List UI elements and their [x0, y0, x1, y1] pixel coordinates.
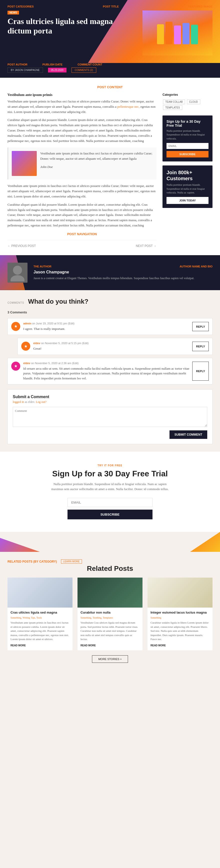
quote-image	[12, 151, 37, 176]
main-content: Vestibulum ante ipsum primis Vestibulum …	[7, 93, 157, 248]
read-more-2[interactable]: READ MORE	[151, 644, 166, 647]
related-grid: Cras ulticies ligula sed magna Something…	[7, 578, 213, 650]
prev-post-link[interactable]: ← PREVIOUS POST	[7, 244, 36, 248]
comment-author-2[interactable]: eldev	[23, 362, 30, 365]
post-content-label: Post Content	[7, 85, 213, 89]
related-label: Related Posts (by category)	[7, 560, 57, 563]
comment-avatar-0: ★	[11, 322, 20, 331]
related-card-2: Integer euismod lacus luctus magna Somet…	[148, 578, 213, 650]
sidebar-join-button[interactable]: JOIN TODAY	[166, 197, 209, 204]
learn-more-link[interactable]: LEARN MORE	[61, 559, 82, 564]
date-badge: 05.23.2020	[48, 68, 66, 72]
comments-title: What do you think?	[28, 298, 88, 305]
related-card-text-0: Vestibulum ante ipsum primis in faucibus…	[10, 621, 69, 641]
comment-body-2: Id ornare arcu odio ut sem. Sit amet com…	[23, 366, 189, 381]
comment-meta-1: eldev on November 5, 2020 at 5:15 pm (Ed…	[33, 342, 189, 345]
more-stories-button[interactable]: MORE STORIES +	[92, 655, 128, 663]
sidebar-trial-title: Sign Up for a 30 Day Free Trial	[166, 120, 209, 127]
post-para-1: Vestibulum ante ipsum primis in faucibus…	[7, 99, 157, 115]
svg-point-0	[13, 266, 22, 275]
submit-comment-title: Submit a Comment	[13, 395, 207, 399]
next-post-link[interactable]: NEXT POST →	[136, 244, 157, 248]
post-content-section: Post Content Vestibulum ante ipsum primi…	[0, 78, 220, 255]
sidebar: Categories TEAM COLLAB CLOUD TEMPLATES S…	[162, 93, 213, 248]
quote-block: Vestibulum ante ipsum primis in faucibus…	[7, 148, 157, 180]
author-bio: Jason is a content creator at Elegant Th…	[33, 276, 213, 280]
trial-section: TRY IT FOR FREE Sign Up for a 30 Day Fre…	[0, 452, 220, 532]
trial-text: Nulla porttitor pretium blandit. Suspend…	[48, 482, 172, 492]
sidebar-email-input[interactable]	[166, 143, 209, 149]
comment-author-0[interactable]: admin	[23, 322, 31, 325]
shape-left	[0, 532, 50, 552]
login-link[interactable]: logged in	[13, 400, 24, 404]
author-name: Jason Champagne	[33, 270, 213, 274]
sidebar-subscribe-button[interactable]: SUBSCRIBE	[166, 151, 209, 157]
related-card-title-2: Integer euismod lacus luctus magna	[151, 611, 210, 615]
author-avatar-svg	[10, 264, 25, 281]
post-link[interactable]: pellentesque nec,	[117, 105, 140, 108]
related-card-img-1	[77, 578, 143, 608]
sidebar-trial-cta: Sign Up for a 30 Day Free Trial Nulla po…	[162, 116, 213, 161]
logout-link[interactable]: Log out?	[36, 400, 46, 404]
people-silhouettes	[155, 19, 200, 47]
post-nav: ← PREVIOUS POST NEXT POST →	[7, 240, 157, 248]
trial-subscribe-button[interactable]: SUBSCRIBE	[67, 509, 153, 519]
person-5	[191, 25, 198, 44]
comment-textarea[interactable]	[13, 407, 207, 427]
comments-badge: COMMENTS (2)	[71, 67, 96, 73]
author-info: The Author Author Name and Bio Jason Cha…	[33, 265, 213, 280]
related-header: Related Posts (by category) LEARN MORE	[7, 559, 213, 564]
sidebar-join-text: Nulla porttitor pretium blandit. Suspend…	[166, 183, 209, 194]
comments-section: COMMENTS What do you think? 3 Comments ★…	[0, 290, 220, 452]
related-section: Related Posts (by category) LEARN MORE R…	[0, 552, 220, 670]
reply-button-0[interactable]: REPLY	[192, 322, 209, 332]
comments-label: COMMENTS	[7, 302, 24, 304]
quote-author: John Doe	[40, 164, 153, 170]
comment-avatar-1: ★	[21, 342, 30, 351]
category-tag-2[interactable]: TEMPLATES	[163, 105, 182, 110]
read-more-1[interactable]: READ MORE	[81, 644, 96, 647]
related-card-0: Cras ulticies ligula sed magna Something…	[7, 578, 72, 650]
category-tag-0[interactable]: TEAM COLLAB	[163, 99, 185, 104]
the-author-label: The Author	[33, 265, 52, 268]
person-4	[183, 23, 189, 44]
related-card-body-0: Cras ulticies ligula sed magna Something…	[7, 608, 72, 650]
comment-content-1: eldev on November 5, 2020 at 5:15 pm (Ed…	[33, 342, 189, 351]
trial-title: Sign Up for a 30 Day Free Trial	[7, 469, 213, 478]
post-para-4: Curabitur aliquet quam id dui posuere bl…	[7, 202, 157, 228]
meta-section: Post Author Publish Date Comment Count B…	[0, 63, 220, 78]
post-body-heading: Vestibulum ante ipsum primis	[7, 93, 157, 97]
related-card-title-1: Curabitur non nulla	[81, 611, 139, 615]
comment-avatar-2: ★	[11, 362, 20, 371]
comment-content-2: eldev on November 5, 2020 at 2:36 am (Ed…	[23, 362, 189, 381]
related-card-1: Curabitur non nulla Something, Toothing,…	[77, 578, 143, 650]
read-more-0[interactable]: READ MORE	[10, 644, 26, 647]
comment-meta-0: admin on June 19, 2020 at 9:51 pm (Edit)	[23, 322, 189, 325]
person-2	[165, 22, 172, 44]
category-tag-1[interactable]: CLOUD	[187, 99, 200, 104]
comment-item-1: ★ eldev on November 5, 2020 at 5:15 pm (…	[18, 338, 213, 355]
sidebar-join-cta: Join 800k+ Customers Nulla porttitor pre…	[162, 165, 213, 208]
post-author-label: Post Author	[7, 63, 28, 66]
submit-comment-section: Submit a Comment logged in as eldev. Log…	[7, 390, 213, 444]
related-card-text-1: Vestibulum Cras ultrices ligula sed magn…	[81, 621, 139, 641]
submit-comment-button[interactable]: SUBMIT COMMENT	[169, 430, 207, 439]
person-1	[157, 24, 164, 44]
reply-button-2[interactable]: REPLY	[192, 362, 209, 381]
submit-login-text: logged in as eldev. Log out?	[13, 400, 207, 404]
featured-image	[143, 10, 213, 56]
related-card-body-2: Integer euismod lacus luctus magna Somet…	[148, 608, 213, 650]
post-nav-label: Post Navigation	[7, 232, 157, 236]
reply-button-1[interactable]: REPLY	[192, 342, 209, 351]
comment-meta-2: eldev on November 5, 2020 at 2:36 am (Ed…	[23, 362, 189, 365]
trial-email-input[interactable]	[67, 498, 153, 507]
quote-content: Vestibulum ante ipsum primis in faucibus…	[40, 151, 153, 176]
related-card-meta-1: Something, Toothing, Templates	[81, 616, 139, 619]
comment-author-1[interactable]: eldev	[33, 342, 40, 345]
category-tags: TEAM COLLAB CLOUD TEMPLATES	[162, 99, 213, 111]
post-body: Vestibulum ante ipsum primis Vestibulum …	[7, 93, 157, 228]
comment-item-0: ★ admin on June 19, 2020 at 9:51 pm (Edi…	[7, 318, 213, 335]
related-card-meta-0: Something, Writing Tips, Tools	[10, 616, 69, 619]
post-title: Cras ultricies ligula sed magna dictum p…	[7, 17, 137, 36]
author-badge: BY JASON CHAMPAGNE	[7, 67, 43, 73]
